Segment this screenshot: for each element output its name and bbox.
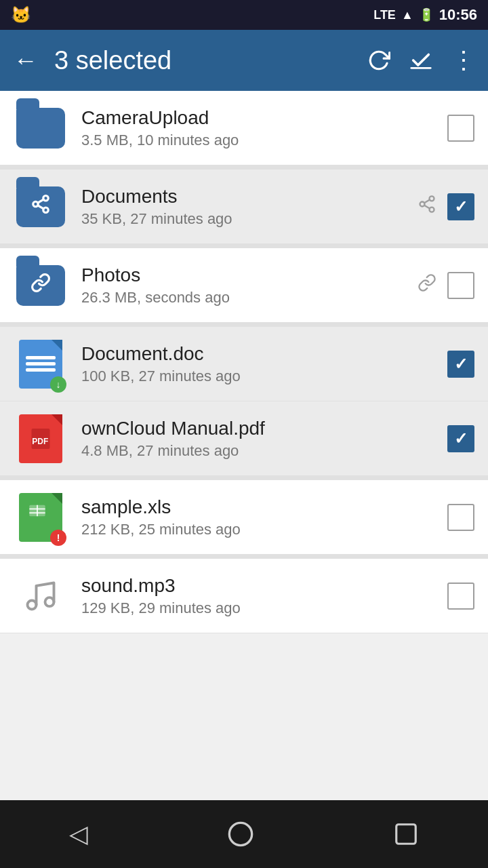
file-meta: 35 KB, 27 minutes ago [81,210,418,228]
refresh-button[interactable] [367,49,390,72]
time-display: 10:56 [439,6,477,24]
svg-line-9 [424,205,430,209]
status-bar: 🐱 LTE ▲ 🔋 10:56 [0,0,488,30]
file-icon-wrap: PDF [14,412,68,466]
share-indicator-icon [418,195,436,218]
pdf-file-icon: PDF [19,414,62,463]
file-icon-wrap [14,180,68,234]
file-icon-wrap: ↓ [14,337,68,391]
link-folder-inner-icon [30,273,51,298]
xls-file-icon: ! [19,493,62,542]
file-name: ownCloud Manual.pdf [81,418,447,439]
file-icon-wrap [14,258,68,313]
app-icon: 🐱 [11,5,31,24]
mp3-file-icon [19,572,62,620]
file-info: sample.xls 212 KB, 25 minutes ago [81,496,447,538]
checkbox[interactable] [447,115,474,142]
file-meta: 100 KB, 27 minutes ago [81,368,447,385]
doc-file-icon: ↓ [19,340,62,389]
file-actions [447,504,474,531]
more-menu-button[interactable]: ⋮ [451,46,474,75]
selection-title: 3 selected [54,46,367,75]
file-name: Photos [81,264,418,286]
file-meta: 212 KB, 25 minutes ago [81,521,447,538]
folder-icon [16,108,65,149]
file-actions [447,115,474,142]
file-actions [447,583,474,610]
share-folder-inner-icon [30,194,51,219]
file-actions [447,351,474,378]
lte-icon: LTE [373,8,396,22]
recent-nav-button[interactable] [393,821,419,847]
file-actions [418,193,474,220]
file-icon-wrap [14,101,68,155]
svg-point-19 [229,823,251,845]
folder-share-icon [16,186,65,227]
file-name: Documents [81,186,418,208]
file-icon-wrap: ! [14,490,68,545]
file-info: Photos 26.3 MB, seconds ago [81,264,418,307]
file-name: sample.xls [81,496,447,518]
list-item[interactable]: Photos 26.3 MB, seconds ago [0,248,488,323]
back-button[interactable]: ← [14,48,38,73]
select-all-button[interactable] [409,49,432,72]
svg-rect-20 [396,825,415,844]
checkbox[interactable] [447,583,474,610]
file-meta: 4.8 MB, 27 minutes ago [81,442,447,460]
checkbox[interactable] [447,351,474,378]
svg-line-10 [424,200,430,203]
list-item[interactable]: Documents 35 KB, 27 minutes ago [0,170,488,244]
svg-point-18 [45,597,54,606]
list-item[interactable]: ! sample.xls 212 KB, 25 minutes ago [0,480,488,555]
back-nav-button[interactable]: ◁ [69,820,88,848]
download-badge-icon: ↓ [50,376,66,393]
doc-line [26,362,56,366]
file-list: CameraUpload 3.5 MB, 10 minutes ago [0,91,488,800]
checkbox[interactable] [447,272,474,299]
checkbox[interactable] [447,193,474,220]
file-actions [418,272,474,299]
file-name: CameraUpload [81,107,447,129]
file-icon-wrap [14,569,68,623]
doc-line [26,368,56,372]
file-meta: 3.5 MB, 10 minutes ago [81,132,447,149]
bottom-navigation: ◁ [0,800,488,868]
signal-icon: ▲ [401,8,413,22]
status-bar-left: 🐱 [11,5,31,24]
checkbox[interactable] [447,425,474,452]
svg-line-5 [38,199,44,203]
file-info: CameraUpload 3.5 MB, 10 minutes ago [81,107,447,149]
file-meta: 129 KB, 29 minutes ago [81,599,447,617]
checkbox[interactable] [447,504,474,531]
file-name: Document.doc [81,343,447,365]
file-info: Documents 35 KB, 27 minutes ago [81,186,418,228]
svg-point-17 [28,600,37,609]
list-item[interactable]: PDF ownCloud Manual.pdf 4.8 MB, 27 minut… [0,401,488,476]
action-bar-icons: ⋮ [367,46,474,75]
file-info: ownCloud Manual.pdf 4.8 MB, 27 minutes a… [81,418,447,460]
file-info: sound.mp3 129 KB, 29 minutes ago [81,575,447,617]
battery-icon: 🔋 [419,7,434,22]
svg-text:PDF: PDF [32,436,48,446]
sync-error-badge-icon: ! [50,530,66,546]
list-item[interactable]: sound.mp3 129 KB, 29 minutes ago [0,559,488,633]
list-item[interactable]: ↓ Document.doc 100 KB, 27 minutes ago [0,327,488,401]
doc-line [26,356,56,359]
list-item[interactable]: CameraUpload 3.5 MB, 10 minutes ago [0,91,488,165]
file-name: sound.mp3 [81,575,447,597]
file-meta: 26.3 MB, seconds ago [81,289,418,307]
action-bar: ← 3 selected ⋮ [0,30,488,91]
folder-link-icon [16,265,65,306]
home-nav-button[interactable] [227,821,254,848]
status-bar-right: LTE ▲ 🔋 10:56 [373,6,477,24]
svg-line-4 [38,205,44,209]
file-actions [447,425,474,452]
file-info: Document.doc 100 KB, 27 minutes ago [81,343,447,385]
link-indicator-icon [418,273,436,297]
